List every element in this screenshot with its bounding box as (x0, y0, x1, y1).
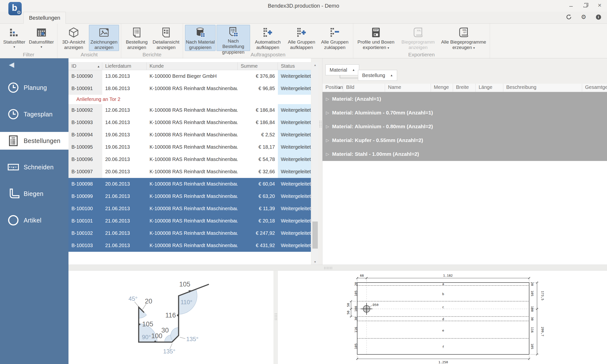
sidebar-collapse-button[interactable]: ◀ (9, 61, 14, 68)
profile-drawing-panel[interactable]: 20 105 100 30 116 105 45° 90° 135° 135° … (68, 271, 273, 364)
order-status: Weitergeleitet (278, 104, 311, 116)
sidebar-item-biegen[interactable]: Biegen (0, 185, 68, 203)
expand-triangle-icon[interactable]: ▷ (326, 110, 329, 115)
biegeprogramm-anzeigen-button: XXL Biegeprogramm anzeigen (398, 25, 438, 51)
column-header-kunde[interactable]: Kunde (147, 63, 238, 70)
panel-splitter-handle[interactable] (319, 120, 322, 128)
column-header-lieferdatum[interactable]: Lieferdatum (102, 63, 147, 70)
detail-panel: Material ▲ Bestellung ▲ Position▲ Bild N… (322, 58, 607, 265)
order-customer: K-100000 Bernd Bieger GmbH (147, 70, 238, 82)
minimize-button[interactable] (568, 2, 574, 8)
3d-ansicht-button[interactable]: 3D-Ansicht anzeigen (59, 25, 88, 51)
drawing-splitter-handle[interactable] (274, 313, 277, 320)
statusfilter-button[interactable]: Statusfilter ▾ (2, 25, 27, 51)
refresh-icon[interactable] (566, 14, 572, 20)
expand-triangle-icon[interactable]: ▷ (326, 152, 329, 157)
material-group-row[interactable]: ▷ Material: Aluminium - 0.70mm (Anzahl=1… (322, 106, 607, 120)
horizontal-splitter-handle[interactable] (324, 267, 333, 269)
statusfilter-icon (9, 26, 20, 39)
order-status: Weitergeleitet (278, 166, 311, 178)
scroll-up-icon[interactable]: ▲ (312, 62, 318, 68)
sort-ascending-icon: ▲ (97, 65, 100, 68)
order-row[interactable]: B-100101 21.06.2013 K-100008 RAS Reinhar… (68, 215, 311, 227)
column-header-position[interactable]: Position▲ (322, 84, 343, 92)
zone-label: d (442, 317, 444, 321)
automatisch-aufklappen-button[interactable]: Automatisch aufklappen (251, 25, 285, 51)
nach-bestellung-gruppieren-button[interactable]: Nach Bestellung gruppieren (217, 25, 250, 51)
sidebar-item-planung[interactable]: Planung (0, 79, 68, 96)
alle-gruppen-zuklappen-button[interactable]: Alle Gruppen zuklappen (319, 25, 351, 51)
order-customer: K-100008 RAS Reinhardt Maschinenbau ... (147, 129, 238, 141)
zeichnungen-button[interactable]: Zeichnungen anzeigen (89, 25, 119, 51)
column-header-bild[interactable]: Bild (343, 84, 385, 92)
order-row[interactable]: B-100103 21.06.2013 K-100008 RAS Reinhar… (68, 239, 311, 252)
order-row[interactable]: B-100091 18.06.2013 K-100008 RAS Reinhar… (68, 82, 311, 95)
group-chip-bestellung[interactable]: Bestellung ▲ (358, 70, 397, 81)
expand-triangle-icon[interactable]: ▷ (326, 138, 329, 143)
column-header-beschreibung[interactable]: Beschreibung (503, 84, 582, 92)
order-id: B-100102 (68, 227, 102, 239)
sidebar-item-bestellungen[interactable]: Bestellungen (0, 132, 68, 150)
scroll-down-icon[interactable]: ▼ (312, 259, 318, 265)
document-group-icon (228, 26, 239, 38)
drawing-splitter[interactable] (273, 271, 278, 364)
order-status: Weitergeleitet (278, 70, 311, 82)
detailansicht-button[interactable]: Detailansicht anzeigen (151, 25, 181, 51)
profile-boxen-exportieren-button[interactable]: DXF Profile und Boxen exportieren ▾ (355, 25, 397, 51)
dim-row-right: 100 (530, 306, 534, 312)
order-row[interactable]: B-100095 19.06.2013 K-100008 RAS Reinhar… (68, 141, 311, 153)
order-id: B-100093 (68, 116, 102, 129)
app-logo-icon[interactable]: b ⚙ (8, 2, 22, 15)
column-header-status[interactable]: Status (278, 63, 311, 70)
order-customer: K-100008 RAS Reinhardt Maschinenbau ... (147, 166, 238, 178)
material-group-row[interactable]: ▷ Material: (Anzahl=1) (322, 92, 607, 106)
column-header-gesamtgewicht[interactable]: Gesamtge... (582, 84, 607, 92)
sidebar-item-schneiden[interactable]: Schneiden (0, 158, 68, 176)
column-header-breite[interactable]: Breite (453, 84, 476, 92)
info-icon[interactable]: i (595, 14, 602, 20)
order-row[interactable]: B-100093 14.06.2013 K-100008 RAS Reinhar… (68, 116, 311, 129)
sidebar-item-tagesplan[interactable]: Tagesplan (0, 105, 68, 123)
order-row[interactable]: B-100097 20.06.2013 K-100008 RAS Reinhar… (68, 166, 311, 178)
alle-biegeprogramme-erzeugen-button[interactable]: XXLpgm Alle Biegeprogramme erzeugen ▾ (439, 25, 488, 51)
horizontal-splitter[interactable] (68, 265, 607, 271)
nach-material-gruppieren-button[interactable]: Nach Material gruppieren (185, 25, 216, 51)
order-id: B-100101 (68, 215, 102, 227)
order-row[interactable]: B-100098 20.06.2013 K-100008 RAS Reinhar… (68, 178, 311, 190)
expand-triangle-icon[interactable]: ▷ (326, 96, 329, 102)
order-row[interactable]: B-100099 21.06.2013 K-100008 RAS Reinhar… (68, 190, 311, 203)
material-group-row[interactable]: ▷ Material: Stahl - 1.00mm (Anzahl=2) (322, 147, 607, 161)
material-group-row[interactable]: ▷ Material: Kupfer - 0.55mm (Anzahl=2) (322, 133, 607, 147)
order-row[interactable]: B-100094 19.06.2013 K-100008 RAS Reinhar… (68, 129, 311, 141)
close-button[interactable]: × (596, 2, 603, 8)
order-row[interactable]: B-100090 13.06.2013 K-100000 Bernd Biege… (68, 70, 311, 82)
order-sum: € 32,66 (238, 166, 278, 178)
tab-bestellungen[interactable]: Bestellungen (23, 12, 66, 24)
order-row[interactable]: B-100102 21.06.2013 K-100008 RAS Reinhar… (68, 227, 311, 239)
column-header-id[interactable]: ID▲ (68, 63, 102, 70)
order-row[interactable]: B-100092 12.06.2013 K-100008 RAS Reinhar… (68, 104, 311, 116)
sidebar-item-artikel[interactable]: Artikel (0, 211, 68, 229)
order-row[interactable]: B-100100 21.06.2013 K-100008 RAS Reinhar… (68, 203, 311, 215)
settings-gear-icon[interactable]: ⚙ (580, 14, 587, 20)
material-group-row[interactable]: ▷ Material: Aluminium - 0.80mm (Anzahl=2… (322, 120, 607, 133)
restore-button[interactable] (582, 2, 589, 8)
dim-row-left: 20 (354, 282, 358, 286)
image-icon (98, 26, 110, 39)
order-status: Weitergeleitet (278, 153, 311, 166)
column-header-menge[interactable]: Menge (431, 84, 453, 92)
scrollbar-thumb[interactable] (312, 222, 318, 249)
group-chip-material[interactable]: Material ▲ (325, 64, 359, 75)
column-header-summe[interactable]: Summe (238, 63, 278, 70)
order-row[interactable]: Anlieferung an Tor 2 (68, 95, 311, 104)
column-header-name[interactable]: Name (385, 84, 431, 92)
datumsfilter-button[interactable]: Datumsfilter ▾ (28, 25, 55, 51)
expand-triangle-icon[interactable]: ▷ (326, 124, 329, 129)
bestellung-anzeigen-button[interactable]: Bestellung anzeigen (123, 25, 150, 51)
flat-pattern-panel[interactable]: D50 68 1.182 1.250 20 105 100 30 116 105… (278, 271, 607, 364)
column-header-laenge[interactable]: Länge (476, 84, 503, 92)
order-row[interactable]: B-100096 20.06.2013 K-100008 RAS Reinhar… (68, 153, 311, 166)
order-date: 18.06.2013 (102, 82, 147, 95)
orders-scrollbar[interactable]: ▲ ▼ (312, 62, 318, 265)
alle-gruppen-aufklappen-button[interactable]: Alle Gruppen aufklappen (286, 25, 318, 51)
